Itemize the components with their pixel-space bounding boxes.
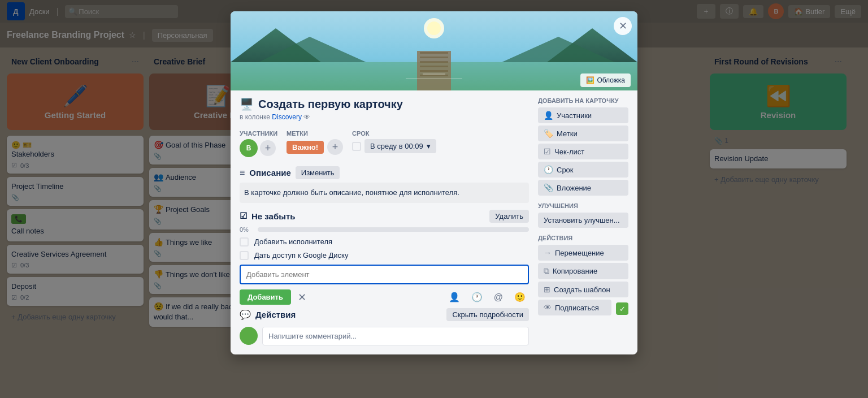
actions-header: 💬 Действия Скрыть подробности	[240, 308, 529, 321]
copy-icon: ⧉	[544, 266, 549, 276]
sidebar-due-button[interactable]: 🕐 Срок	[538, 162, 628, 178]
sidebar-tags-button[interactable]: 🏷️ Метки	[538, 126, 628, 141]
subscribe-row: 👁 Подписаться ✓	[538, 300, 628, 318]
cancel-item-button[interactable]: ✕	[296, 289, 309, 306]
emoji-icon-button[interactable]: 🙂	[511, 289, 529, 305]
check-label-0: Добавить исполнителя	[254, 237, 332, 246]
svg-rect-8	[420, 57, 448, 58]
cover-button[interactable]: 🖼️ Обложка	[580, 73, 631, 87]
clock-icon-button[interactable]: 🕐	[468, 289, 486, 305]
svg-rect-10	[420, 66, 448, 67]
sidebar-subscribe-button[interactable]: 👁 Подписаться	[538, 300, 611, 315]
template-icon: ⊞	[544, 285, 550, 294]
comment-input[interactable]: Напишите комментарий...	[262, 327, 529, 345]
assign-icon-button[interactable]: 👤	[445, 289, 463, 305]
sidebar-copy-button[interactable]: ⧉ Копирование	[538, 263, 628, 279]
comment-avatar	[240, 327, 258, 345]
check-label-1: Дать доступ к Google Диску	[254, 251, 348, 259]
due-date-button[interactable]: В среду в 00:09 ▾	[364, 139, 436, 153]
checklist-header: ☑ Не забыть Удалить	[240, 210, 529, 223]
description-edit-button[interactable]: Изменить	[296, 166, 340, 179]
modal-cover-image	[231, 11, 637, 90]
add-item-actions: Добавить ✕ 👤 🕐 @ 🙂	[240, 289, 529, 306]
description-text: В карточке должно быть описание, понятно…	[240, 183, 529, 203]
participants-field: УЧАСТНИКИ B +	[240, 130, 277, 157]
modal-body: 🖥️ Создать первую карточку в колонке Dis…	[231, 90, 637, 354]
modal-meta-row: УЧАСТНИКИ B + МЕТКИ Важно! +	[240, 130, 529, 157]
modal-subtitle: в колонке Discovery 👁	[240, 113, 529, 121]
chevron-down-icon: ▾	[427, 142, 431, 150]
description-title: Описание	[249, 168, 290, 178]
hide-details-button[interactable]: Скрыть подробности	[446, 308, 529, 321]
eye-icon: 👁	[544, 303, 552, 312]
sidebar-template-button[interactable]: ⊞ Создать шаблон	[538, 282, 628, 297]
svg-rect-7	[420, 52, 448, 54]
checklist-icon: ☑	[544, 147, 551, 156]
participant-avatar[interactable]: B	[240, 139, 258, 157]
sidebar-checklist-button[interactable]: ☑ Чек-лист	[538, 144, 628, 159]
due-checkbox[interactable]	[352, 142, 361, 151]
close-button[interactable]: ✕	[614, 17, 632, 35]
modal-overlay: 🖼️ Обложка ✕ 🖥️ Создать первую карточку …	[0, 0, 868, 398]
avatar-group: B +	[240, 139, 277, 157]
actions-title: Действия	[255, 310, 296, 319]
checklist-title: ☑ Не забыть	[240, 211, 296, 221]
add-tag-button[interactable]: +	[327, 139, 343, 155]
clock-icon: 🕐	[544, 165, 553, 174]
sidebar-improve-button[interactable]: Установить улучшен...	[538, 213, 628, 228]
tags-field: МЕТКИ Важно! +	[287, 130, 343, 155]
progress-label: 0%	[240, 226, 253, 233]
sidebar-participants-button[interactable]: 👤 Участники	[538, 107, 628, 123]
column-link[interactable]: Discovery	[272, 113, 302, 121]
add-item-button[interactable]: Добавить	[240, 289, 291, 305]
svg-rect-9	[420, 61, 448, 63]
due-label: СРОК	[352, 130, 436, 137]
modal-main: 🖥️ Создать первую карточку в колонке Dis…	[240, 97, 529, 345]
checklist-item-1: Дать доступ к Google Диску	[240, 251, 529, 260]
watch-icon[interactable]: 👁	[303, 113, 310, 121]
progress-bar-wrap: 0%	[240, 226, 529, 233]
due-field: СРОК В среду в 00:09 ▾	[352, 130, 436, 153]
sidebar-attachment-button[interactable]: 📎 Вложение	[538, 180, 628, 196]
actions-icon: 💬	[240, 309, 251, 320]
add-item-input[interactable]	[240, 265, 529, 284]
comment-input-wrap: Напишите комментарий...	[240, 327, 529, 345]
tag-important-button[interactable]: Важно!	[287, 141, 324, 154]
move-icon: →	[544, 248, 552, 257]
modal-sidebar: ДОБАВИТЬ НА КАРТОЧКУ 👤 Участники 🏷️ Метк…	[538, 97, 628, 345]
sidebar-actions-title: ДЕЙСТВИЯ	[538, 235, 628, 241]
checkbox-0[interactable]	[240, 237, 249, 246]
sidebar-improve-title: УЛУЧШЕНИЯ	[538, 202, 628, 209]
person-icon: 👤	[544, 111, 553, 120]
svg-rect-15	[423, 73, 445, 75]
attachment-icon: 📎	[544, 183, 553, 192]
checkbox-1[interactable]	[240, 251, 249, 260]
tags-label: МЕТКИ	[287, 130, 343, 137]
modal-title-icon: 🖥️	[240, 97, 254, 111]
svg-rect-12	[420, 75, 448, 76]
svg-point-14	[427, 21, 441, 35]
at-icon-button[interactable]: @	[491, 290, 506, 305]
checklist-item-0: Добавить исполнителя	[240, 237, 529, 246]
sidebar-move-button[interactable]: → Перемещение	[538, 245, 628, 261]
description-header: ≡ Описание Изменить	[240, 166, 529, 179]
cover-icon: 🖼️	[586, 76, 594, 84]
tag-icon: 🏷️	[544, 129, 553, 138]
checklist-icon: ☑	[240, 211, 247, 221]
card-modal: 🖼️ Обложка ✕ 🖥️ Создать первую карточку …	[231, 11, 637, 354]
subscribe-check: ✓	[616, 302, 628, 315]
modal-title: 🖥️ Создать первую карточку	[240, 97, 529, 111]
progress-track	[258, 227, 529, 232]
add-participant-button[interactable]: +	[260, 140, 276, 156]
svg-rect-16	[406, 78, 462, 79]
participants-label: УЧАСТНИКИ	[240, 130, 277, 137]
sidebar-add-title: ДОБАВИТЬ НА КАРТОЧКУ	[538, 97, 628, 104]
svg-rect-11	[420, 70, 448, 72]
description-icon: ≡	[240, 168, 245, 178]
checklist-delete-button[interactable]: Удалить	[489, 210, 529, 223]
